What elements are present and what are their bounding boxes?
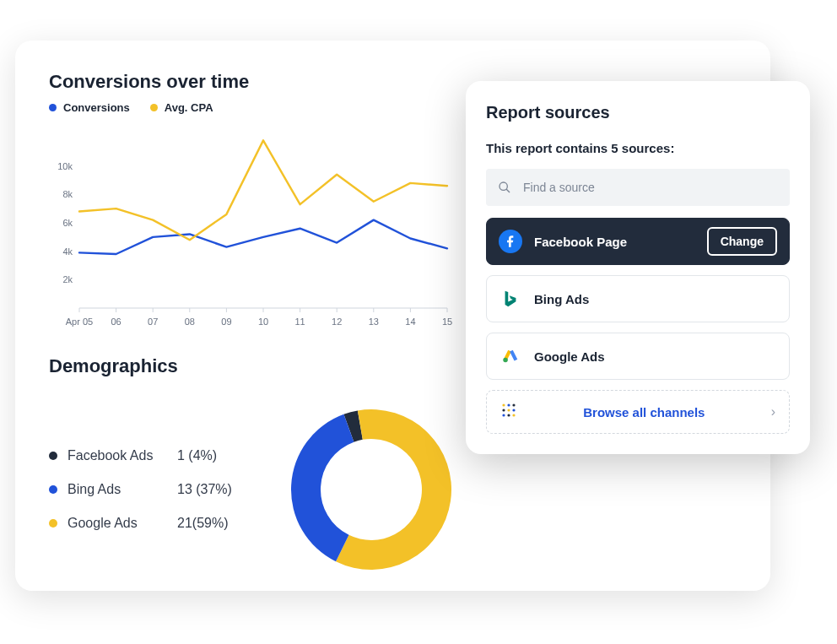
demo-legend-bing: Bing Ads 13 (37%) xyxy=(49,482,232,497)
browse-label: Browse all channels xyxy=(517,405,771,419)
source-search-input[interactable]: Find a source xyxy=(486,169,790,206)
svg-text:8k: 8k xyxy=(62,189,73,199)
svg-text:Apr 05: Apr 05 xyxy=(66,317,93,327)
svg-point-30 xyxy=(503,358,508,363)
svg-text:08: 08 xyxy=(185,317,195,327)
demo-value: 21(59%) xyxy=(177,516,228,531)
search-placeholder: Find a source xyxy=(523,181,595,194)
demographics-legend: Facebook Ads 1 (4%) Bing Ads 13 (37%) Go… xyxy=(49,448,232,531)
legend-label: Conversions xyxy=(63,101,130,114)
demo-name: Facebook Ads xyxy=(68,448,177,463)
demo-value: 1 (4%) xyxy=(177,448,217,463)
svg-point-37 xyxy=(502,414,505,416)
svg-text:10k: 10k xyxy=(57,161,73,171)
line-chart-svg: 2k4k6k8k10kApr 0506070809101112131415 xyxy=(49,129,454,332)
svg-text:09: 09 xyxy=(221,317,231,327)
source-row-facebook-page[interactable]: Facebook Page Change xyxy=(486,218,790,265)
browse-all-channels-button[interactable]: Browse all channels › xyxy=(486,390,790,434)
source-row-bing-ads[interactable]: Bing Ads xyxy=(486,275,790,322)
facebook-icon xyxy=(499,230,522,253)
svg-text:07: 07 xyxy=(148,317,158,327)
svg-text:4k: 4k xyxy=(62,246,73,257)
change-source-button[interactable]: Change xyxy=(707,227,777,256)
source-label: Facebook Page xyxy=(534,235,627,249)
demographics-donut-chart xyxy=(283,401,460,578)
svg-point-38 xyxy=(507,414,510,416)
legend-item-conversions: Conversions xyxy=(49,101,130,114)
svg-text:6k: 6k xyxy=(62,218,73,228)
svg-text:14: 14 xyxy=(405,317,415,327)
report-sources-panel: Report sources This report contains 5 so… xyxy=(466,81,810,454)
sources-title: Report sources xyxy=(486,103,790,122)
svg-point-33 xyxy=(512,403,515,406)
svg-line-29 xyxy=(506,189,510,192)
search-icon xyxy=(498,181,511,194)
svg-text:2k: 2k xyxy=(62,274,73,284)
legend-dot-yellow xyxy=(150,104,158,111)
legend-dot-blue xyxy=(49,485,57,494)
sources-subtitle: This report contains 5 sources: xyxy=(486,141,790,155)
svg-text:15: 15 xyxy=(442,317,452,327)
svg-point-28 xyxy=(500,182,507,190)
svg-text:10: 10 xyxy=(258,317,268,327)
source-label: Bing Ads xyxy=(534,292,589,306)
demo-name: Google Ads xyxy=(68,516,177,531)
demo-legend-facebook: Facebook Ads 1 (4%) xyxy=(49,448,232,463)
demo-value: 13 (37%) xyxy=(177,482,232,497)
chevron-right-icon: › xyxy=(771,404,775,419)
svg-point-32 xyxy=(507,403,510,406)
svg-point-36 xyxy=(512,409,515,411)
channels-grid-icon xyxy=(500,402,517,422)
svg-text:06: 06 xyxy=(111,317,121,327)
legend-dot-blue xyxy=(49,104,57,111)
svg-point-39 xyxy=(512,414,515,416)
demo-legend-google: Google Ads 21(59%) xyxy=(49,516,232,531)
svg-text:12: 12 xyxy=(332,317,342,327)
svg-point-35 xyxy=(507,409,510,411)
svg-text:13: 13 xyxy=(369,317,379,327)
legend-label: Avg. CPA xyxy=(165,101,213,114)
svg-point-31 xyxy=(502,403,505,406)
legend-dot-dark xyxy=(49,452,57,460)
bing-icon xyxy=(499,287,522,311)
demo-name: Bing Ads xyxy=(68,482,177,497)
svg-point-34 xyxy=(502,409,505,411)
donut-svg xyxy=(283,401,460,578)
conversions-line-chart: 2k4k6k8k10kApr 0506070809101112131415 xyxy=(49,129,454,332)
legend-item-avg-cpa: Avg. CPA xyxy=(150,101,213,114)
google-ads-icon xyxy=(499,344,522,368)
legend-dot-yellow xyxy=(49,519,57,528)
source-row-google-ads[interactable]: Google Ads xyxy=(486,333,790,380)
svg-text:11: 11 xyxy=(294,317,305,327)
source-label: Google Ads xyxy=(534,349,605,364)
